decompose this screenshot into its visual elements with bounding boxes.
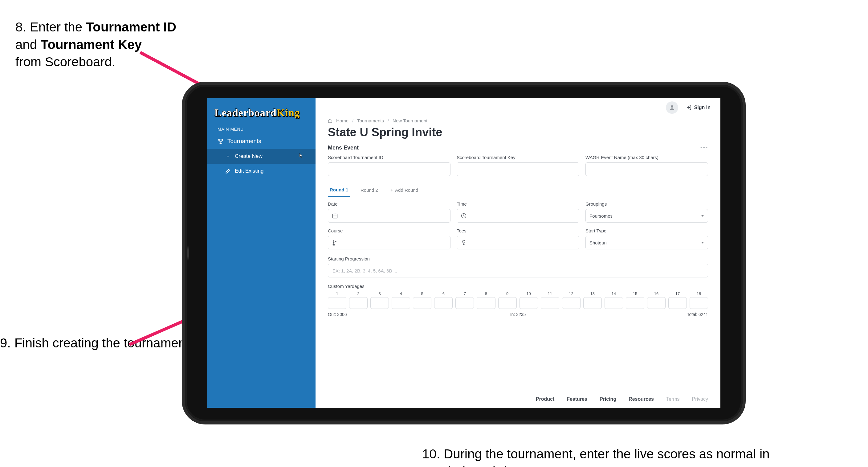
field-scoreboard-id: Scoreboard Tournament ID — [328, 155, 451, 176]
instruction-step-10: 10. During the tournament, enter the liv… — [422, 445, 868, 467]
select-groupings[interactable]: Foursomes — [585, 209, 708, 223]
yardage-input[interactable] — [562, 297, 581, 309]
section-menu-icon[interactable]: ••• — [701, 145, 708, 151]
input-tees[interactable] — [457, 236, 579, 250]
sidebar-item-tournaments[interactable]: Tournaments — [207, 134, 315, 149]
yardage-hole: 8 — [477, 291, 495, 309]
signin-arrow-icon — [686, 105, 692, 110]
input-scoreboard-id[interactable] — [328, 163, 451, 176]
yardage-input[interactable] — [413, 297, 431, 309]
field-groupings: Groupings Foursomes — [585, 201, 708, 223]
yardage-hole: 1 — [328, 291, 346, 309]
footer-terms[interactable]: Terms — [666, 397, 680, 402]
sidebar-item-create-new[interactable]: + Create New — [207, 149, 315, 164]
yardage-input[interactable] — [498, 297, 517, 309]
yardage-input[interactable] — [690, 297, 708, 309]
svg-point-7 — [333, 244, 335, 245]
yardage-totals: Out: 3006 In: 3235 Total: 6241 — [328, 312, 708, 317]
yardage-hole: 17 — [668, 291, 687, 309]
clock-icon — [461, 213, 467, 219]
start-type-value: Shotgun — [589, 240, 607, 245]
calendar-icon — [332, 213, 338, 219]
hole-number: 17 — [668, 291, 687, 296]
yardage-input[interactable] — [477, 297, 495, 309]
input-starting-progression[interactable]: EX: 1, 2A, 2B, 3, 4, 5, 6A, 6B ... — [328, 264, 708, 278]
breadcrumb-home[interactable]: Home — [336, 118, 348, 123]
hole-number: 6 — [434, 291, 453, 296]
yardage-input[interactable] — [370, 297, 389, 309]
yardage-hole: 5 — [413, 291, 431, 309]
label-course: Course — [328, 228, 451, 233]
page-title: State U Spring Invite — [328, 126, 708, 139]
breadcrumb-new-tournament: New Tournament — [393, 118, 427, 123]
hole-number: 18 — [690, 291, 708, 296]
avatar[interactable] — [666, 101, 678, 114]
footer-product[interactable]: Product — [536, 397, 554, 402]
yardage-input[interactable] — [434, 297, 453, 309]
footer-pricing[interactable]: Pricing — [600, 397, 616, 402]
hole-number: 14 — [604, 291, 623, 296]
yardage-input[interactable] — [541, 297, 559, 309]
label-scoreboard-id: Scoreboard Tournament ID — [328, 155, 451, 160]
breadcrumb: Home / Tournaments / New Tournament — [328, 118, 708, 123]
sidebar-item-edit-existing[interactable]: Edit Existing — [207, 164, 315, 178]
yardage-input[interactable] — [392, 297, 410, 309]
label-time: Time — [457, 201, 579, 207]
hole-number: 7 — [456, 291, 474, 296]
cursor-pointer-icon — [298, 153, 303, 159]
yardage-input[interactable] — [456, 297, 474, 309]
field-date: Date — [328, 201, 451, 223]
yardage-hole: 6 — [434, 291, 453, 309]
tab-add-round[interactable]: + Add Round — [389, 184, 420, 197]
input-date[interactable] — [328, 209, 451, 223]
round-tabs: Round 1 Round 2 + Add Round — [328, 184, 708, 197]
breadcrumb-tournaments[interactable]: Tournaments — [357, 118, 384, 123]
footer-privacy[interactable]: Privacy — [692, 397, 708, 402]
yardage-hole: 14 — [604, 291, 623, 309]
app-logo: LeaderboardKing — [207, 102, 315, 125]
hole-number: 3 — [370, 291, 389, 296]
input-scoreboard-key[interactable] — [457, 163, 579, 176]
tab-add-label: Add Round — [395, 187, 418, 193]
yardage-hole: 18 — [690, 291, 708, 309]
yardage-input[interactable] — [349, 297, 368, 309]
yardage-holes-row: 123456789101112131415161718 — [328, 291, 708, 309]
form-content: Home / Tournaments / New Tournament Stat… — [315, 117, 720, 390]
yardage-hole: 15 — [626, 291, 644, 309]
field-start-type: Start Type Shotgun — [585, 228, 708, 250]
tab-round-1[interactable]: Round 1 — [328, 184, 350, 197]
footer-resources[interactable]: Resources — [628, 397, 654, 402]
sign-in-button[interactable]: Sign In — [686, 105, 711, 110]
plus-icon: + — [391, 187, 393, 193]
sidebar-item-label: Create New — [235, 153, 262, 159]
yardage-input[interactable] — [668, 297, 687, 309]
hole-number: 5 — [413, 291, 431, 296]
instruction-step-8: 8. Enter the Tournament ID and Tournamen… — [16, 19, 176, 71]
sign-in-label: Sign In — [694, 105, 711, 110]
topbar: Sign In — [315, 98, 720, 117]
starting-placeholder: EX: 1, 2A, 2B, 3, 4, 5, 6A, 6B ... — [333, 268, 397, 273]
label-groupings: Groupings — [585, 201, 708, 207]
section-header: Mens Event ••• — [328, 145, 708, 151]
tee-icon — [461, 239, 467, 246]
edit-icon — [225, 168, 231, 174]
input-wagr[interactable] — [585, 163, 708, 176]
yardage-input[interactable] — [604, 297, 623, 309]
yardage-input[interactable] — [328, 297, 346, 309]
yardage-input[interactable] — [626, 297, 644, 309]
yardage-input[interactable] — [647, 297, 665, 309]
yardage-hole: 4 — [392, 291, 410, 309]
label-start-type: Start Type — [585, 228, 708, 233]
sidebar-item-label: Edit Existing — [235, 168, 264, 174]
yardage-input[interactable] — [520, 297, 538, 309]
svg-rect-5 — [333, 214, 337, 218]
input-course[interactable] — [328, 236, 451, 250]
tab-round-2[interactable]: Round 2 — [359, 184, 380, 196]
groupings-value: Foursomes — [589, 213, 613, 218]
input-time[interactable] — [457, 209, 579, 223]
select-start-type[interactable]: Shotgun — [585, 236, 708, 250]
yardage-input[interactable] — [583, 297, 602, 309]
trophy-icon — [218, 138, 224, 144]
footer-features[interactable]: Features — [567, 397, 587, 402]
home-icon — [328, 118, 333, 123]
